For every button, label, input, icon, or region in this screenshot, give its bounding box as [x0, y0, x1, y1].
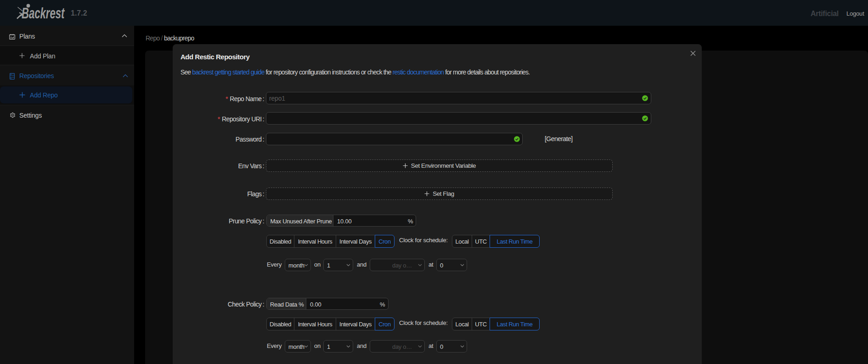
- svg-text:Backrest: Backrest: [22, 5, 65, 22]
